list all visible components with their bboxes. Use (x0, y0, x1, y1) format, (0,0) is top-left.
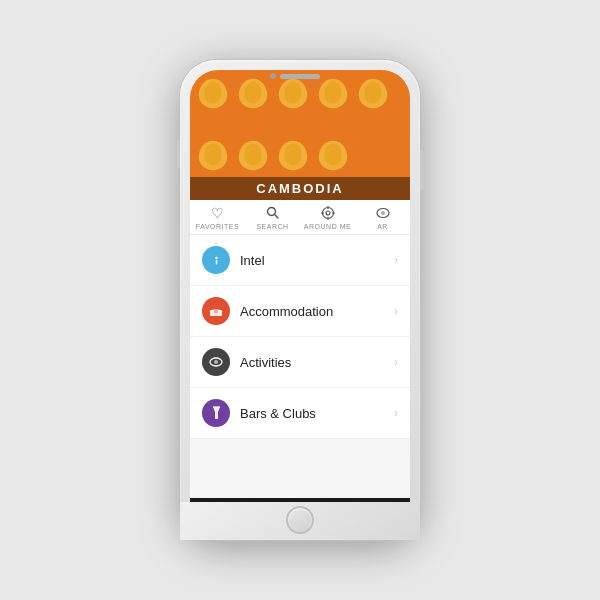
bars-clubs-chevron: › (394, 406, 398, 420)
activities-label: Activities (240, 355, 394, 370)
intel-chevron: › (394, 253, 398, 267)
bars-clubs-label: Bars & Clubs (240, 406, 394, 421)
menu-item-intel[interactable]: Intel › (190, 235, 410, 286)
favorites-icon: ♡ (208, 205, 228, 221)
svg-line-1 (274, 215, 277, 218)
nav-search-label: SEARCH (256, 223, 288, 230)
menu-item-accommodation[interactable]: Accommodation › (190, 286, 410, 337)
svg-point-15 (214, 360, 218, 364)
activities-icon (202, 348, 230, 376)
nav-around-me-label: AROUND ME (304, 223, 351, 230)
nav-around-me[interactable]: AROUND ME (300, 205, 355, 230)
svg-point-9 (381, 211, 385, 215)
activities-chevron: › (394, 355, 398, 369)
hero-image: CAMBODIA (190, 70, 410, 200)
svg-rect-13 (214, 310, 218, 313)
svg-rect-11 (215, 260, 216, 265)
intel-icon (202, 246, 230, 274)
accommodation-icon (202, 297, 230, 325)
phone-frame: CAMBODIA ♡ FAVORITES SEARCH AROUND ME (180, 60, 420, 540)
svg-point-2 (322, 208, 333, 219)
menu-item-bars-clubs[interactable]: Bars & Clubs › (190, 388, 410, 439)
top-navigation: ♡ FAVORITES SEARCH AROUND ME AR (190, 200, 410, 235)
speaker (280, 74, 320, 79)
nav-ar[interactable]: AR (355, 205, 410, 230)
hero-title: CAMBODIA (190, 177, 410, 200)
nav-ar-label: AR (377, 223, 388, 230)
home-button[interactable] (286, 506, 314, 534)
svg-point-0 (267, 208, 275, 216)
intel-label: Intel (240, 253, 394, 268)
svg-point-3 (326, 211, 330, 215)
bars-clubs-icon (202, 399, 230, 427)
svg-point-10 (215, 256, 217, 258)
nav-search[interactable]: SEARCH (245, 205, 300, 230)
accommodation-label: Accommodation (240, 304, 394, 319)
search-icon (263, 205, 283, 221)
menu-list: Intel › Accommodation › Activities › (190, 235, 410, 498)
accommodation-chevron: › (394, 304, 398, 318)
ar-icon (373, 205, 393, 221)
menu-item-activities[interactable]: Activities › (190, 337, 410, 388)
camera (270, 73, 276, 79)
around-me-icon (318, 205, 338, 221)
nav-favorites[interactable]: ♡ FAVORITES (190, 205, 245, 230)
nav-favorites-label: FAVORITES (196, 223, 239, 230)
phone-screen: CAMBODIA ♡ FAVORITES SEARCH AROUND ME (190, 70, 410, 530)
